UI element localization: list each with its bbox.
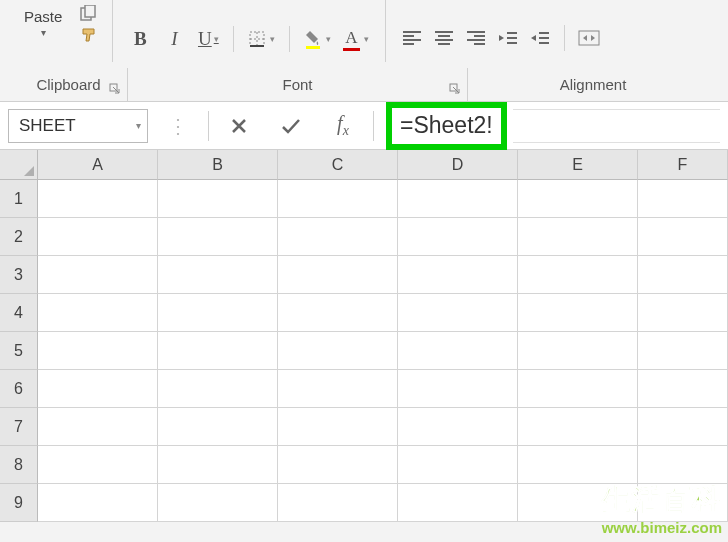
cell[interactable] bbox=[638, 484, 728, 522]
decrease-indent-button[interactable] bbox=[494, 24, 522, 52]
row-header[interactable]: 7 bbox=[0, 408, 38, 446]
cell[interactable] bbox=[158, 180, 278, 218]
cell[interactable] bbox=[398, 370, 518, 408]
align-right-button[interactable] bbox=[462, 24, 490, 52]
alignment-group-label: Alignment bbox=[468, 68, 718, 101]
row-header[interactable]: 1 bbox=[0, 180, 38, 218]
cell[interactable] bbox=[158, 218, 278, 256]
cell[interactable] bbox=[398, 484, 518, 522]
borders-button[interactable]: ▾ bbox=[244, 28, 279, 50]
chevron-down-icon: ▾ bbox=[364, 34, 369, 44]
bold-button[interactable]: B bbox=[125, 24, 155, 54]
copy-button[interactable] bbox=[78, 4, 100, 22]
cell[interactable] bbox=[158, 408, 278, 446]
cell[interactable] bbox=[158, 370, 278, 408]
col-header[interactable]: A bbox=[38, 150, 158, 180]
merge-button[interactable] bbox=[575, 24, 603, 52]
cell[interactable] bbox=[278, 408, 398, 446]
cell[interactable] bbox=[38, 218, 158, 256]
select-all-corner[interactable] bbox=[0, 150, 38, 180]
table-row bbox=[38, 256, 728, 294]
cell[interactable] bbox=[518, 370, 638, 408]
cell[interactable] bbox=[638, 218, 728, 256]
cell[interactable] bbox=[278, 446, 398, 484]
cell[interactable] bbox=[278, 180, 398, 218]
cell[interactable] bbox=[518, 332, 638, 370]
cell[interactable] bbox=[398, 256, 518, 294]
cell[interactable] bbox=[38, 446, 158, 484]
cell[interactable] bbox=[398, 446, 518, 484]
cell[interactable] bbox=[158, 484, 278, 522]
col-header[interactable]: F bbox=[638, 150, 728, 180]
row-header[interactable]: 5 bbox=[0, 332, 38, 370]
cell[interactable] bbox=[638, 408, 728, 446]
formula-options-button[interactable]: ⋮ bbox=[156, 108, 200, 144]
align-left-button[interactable] bbox=[398, 24, 426, 52]
cell[interactable] bbox=[638, 446, 728, 484]
cell[interactable] bbox=[518, 484, 638, 522]
cell[interactable] bbox=[278, 218, 398, 256]
clipboard-dialog-launcher[interactable] bbox=[109, 81, 123, 95]
italic-button[interactable]: I bbox=[159, 24, 189, 54]
row-header[interactable]: 2 bbox=[0, 218, 38, 256]
cell[interactable] bbox=[278, 484, 398, 522]
cell[interactable] bbox=[398, 332, 518, 370]
col-header[interactable]: D bbox=[398, 150, 518, 180]
cell[interactable] bbox=[398, 180, 518, 218]
cell[interactable] bbox=[398, 408, 518, 446]
cell[interactable] bbox=[38, 256, 158, 294]
paste-button[interactable]: Paste ▾ bbox=[18, 4, 68, 40]
cell[interactable] bbox=[638, 180, 728, 218]
clipboard-group-label: Clipboard bbox=[10, 68, 128, 101]
underline-button[interactable]: U ▾ bbox=[193, 24, 223, 54]
cell[interactable] bbox=[158, 256, 278, 294]
cell[interactable] bbox=[278, 332, 398, 370]
cell[interactable] bbox=[638, 332, 728, 370]
cell[interactable] bbox=[638, 256, 728, 294]
fill-color-button[interactable]: ▾ bbox=[300, 27, 335, 51]
row-header[interactable]: 3 bbox=[0, 256, 38, 294]
cell[interactable] bbox=[518, 256, 638, 294]
cell[interactable] bbox=[638, 370, 728, 408]
font-color-button[interactable]: A ▾ bbox=[339, 26, 372, 53]
cell[interactable] bbox=[278, 256, 398, 294]
formula-bar-extension[interactable] bbox=[513, 109, 720, 143]
cell[interactable] bbox=[398, 294, 518, 332]
cell[interactable] bbox=[38, 370, 158, 408]
insert-function-button[interactable]: fx bbox=[321, 108, 365, 144]
cell[interactable] bbox=[38, 332, 158, 370]
cell[interactable] bbox=[158, 332, 278, 370]
cell[interactable] bbox=[518, 218, 638, 256]
cell[interactable] bbox=[278, 294, 398, 332]
font-dialog-launcher[interactable] bbox=[449, 81, 463, 95]
cell[interactable] bbox=[38, 484, 158, 522]
name-box[interactable]: SHEET ▾ bbox=[8, 109, 148, 143]
cell[interactable] bbox=[518, 294, 638, 332]
cell[interactable] bbox=[38, 408, 158, 446]
svg-rect-2 bbox=[250, 32, 264, 46]
cell[interactable] bbox=[638, 294, 728, 332]
formula-input[interactable]: =Sheet2! bbox=[400, 112, 493, 139]
col-header[interactable]: B bbox=[158, 150, 278, 180]
align-center-button[interactable] bbox=[430, 24, 458, 52]
enter-button[interactable] bbox=[269, 108, 313, 144]
cell[interactable] bbox=[398, 218, 518, 256]
cell[interactable] bbox=[278, 370, 398, 408]
col-header[interactable]: E bbox=[518, 150, 638, 180]
cell[interactable] bbox=[158, 446, 278, 484]
row-header[interactable]: 8 bbox=[0, 446, 38, 484]
cell[interactable] bbox=[518, 180, 638, 218]
cell[interactable] bbox=[38, 294, 158, 332]
row-header[interactable]: 4 bbox=[0, 294, 38, 332]
increase-indent-button[interactable] bbox=[526, 24, 554, 52]
cell[interactable] bbox=[158, 294, 278, 332]
cancel-button[interactable] bbox=[217, 108, 261, 144]
row-header[interactable]: 6 bbox=[0, 370, 38, 408]
col-header[interactable]: C bbox=[278, 150, 398, 180]
cell[interactable] bbox=[38, 180, 158, 218]
cell[interactable] bbox=[518, 446, 638, 484]
cell[interactable] bbox=[518, 408, 638, 446]
row-header[interactable]: 9 bbox=[0, 484, 38, 522]
format-painter-button[interactable] bbox=[78, 26, 100, 44]
table-row bbox=[38, 332, 728, 370]
